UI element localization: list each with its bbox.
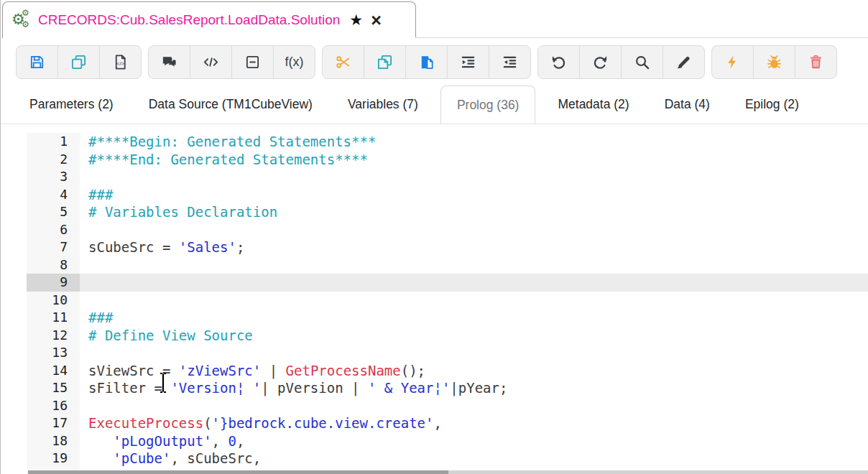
code-line[interactable]: 3: [1, 168, 868, 186]
line-number: 16: [27, 397, 80, 415]
horizontal-scrollbar[interactable]: [28, 470, 868, 474]
run-button[interactable]: [711, 45, 754, 79]
code-text: [80, 168, 868, 186]
code-text: 'pLogOutput', 0,: [80, 432, 868, 450]
debug-icon: [766, 54, 782, 70]
save-button[interactable]: [16, 45, 58, 79]
paste-icon: [418, 54, 435, 70]
code-text: sFilter = 'Version¦ '| pVersion | ' & Ye…: [80, 379, 868, 397]
line-number: 17: [27, 414, 80, 432]
duplicate-icon: [377, 54, 393, 70]
undo-button[interactable]: [537, 45, 580, 79]
line-number: 19: [27, 450, 80, 468]
indent-icon: [460, 54, 476, 70]
code-line[interactable]: 15sFilter = 'Version¦ '| pVersion | ' & …: [1, 379, 868, 397]
code-text: [80, 256, 868, 274]
code-text: 'pCube', sCubeSrc,: [80, 450, 868, 468]
code-text: [80, 274, 868, 292]
favorite-star-icon[interactable]: ★: [349, 11, 363, 29]
code-text: # Variables Declaration: [80, 203, 868, 221]
process-gears-icon: ⚙⚙⚙: [13, 11, 32, 29]
code-text: #****End: Generated Statements****: [80, 151, 868, 169]
code-line[interactable]: 8: [1, 256, 868, 274]
indent-button[interactable]: [447, 45, 489, 79]
code-line[interactable]: 1#****Begin: Generated Statements***: [1, 133, 868, 151]
delete-icon: [808, 54, 824, 70]
outdent-button[interactable]: [489, 45, 531, 79]
code-editor[interactable]: 1#****Begin: Generated Statements***2#**…: [1, 124, 868, 474]
tab-metadata-2[interactable]: Metadata (2): [545, 88, 642, 121]
tab-data-source-tm1cubeview[interactable]: Data Source (TM1CubeView): [136, 88, 326, 121]
comments-button[interactable]: [148, 45, 190, 79]
code-line[interactable]: 10: [1, 292, 868, 310]
horizontal-scrollbar-thumb[interactable]: [28, 470, 448, 474]
code-text: #****Begin: Generated Statements***: [80, 133, 868, 151]
copy-button[interactable]: [57, 45, 100, 79]
cut-icon: [335, 54, 351, 70]
collapse-icon: [244, 54, 261, 70]
delete-button[interactable]: [795, 45, 837, 79]
close-tab-icon[interactable]: ×: [371, 13, 382, 27]
paste-button[interactable]: [405, 45, 448, 79]
line-number: 13: [27, 344, 80, 362]
code-line[interactable]: 19 'pCube', sCubeSrc,: [1, 450, 868, 468]
tab-prolog-36[interactable]: Prolog (36): [440, 85, 536, 124]
search-icon: [634, 54, 650, 70]
tab-epilog-2[interactable]: Epilog (2): [732, 88, 812, 121]
duplicate-button[interactable]: [364, 45, 406, 79]
section-tabs: Parameters (2)Data Source (TM1CubeView)V…: [1, 85, 868, 124]
tab-bar-divider: [415, 37, 868, 38]
collapse-button[interactable]: [231, 45, 274, 79]
code-line[interactable]: 17ExecuteProcess('}bedrock.cube.view.cre…: [1, 414, 868, 432]
toolbar-group: [537, 45, 705, 79]
code-text: ###: [80, 186, 868, 204]
code-line[interactable]: 14sViewSrc = 'zViewSrc' | GetProcessName…: [1, 362, 868, 380]
line-number: 5: [27, 203, 80, 221]
code-line[interactable]: 2#****End: Generated Statements****: [1, 151, 868, 169]
line-number: 15: [27, 379, 80, 397]
code-line[interactable]: 6: [1, 221, 868, 239]
save-icon: [29, 54, 45, 70]
code-text: sCubeSrc = 'Sales';: [80, 238, 868, 256]
file-code-button[interactable]: </>: [99, 45, 142, 79]
code-line[interactable]: 4###: [1, 186, 868, 204]
code-button[interactable]: [190, 45, 232, 79]
tab-data-4[interactable]: Data (4): [652, 88, 723, 121]
line-number: 1: [27, 133, 80, 151]
code-text: [80, 221, 868, 239]
function-icon: f(x): [285, 55, 304, 70]
code-text: sViewSrc = 'zViewSrc' | GetProcessName()…: [80, 362, 868, 380]
code-line[interactable]: 11###: [1, 309, 868, 327]
code-icon: [203, 54, 219, 70]
code-text: ###: [80, 309, 868, 327]
code-line[interactable]: 13: [1, 344, 868, 362]
code-line[interactable]: 12# Define View Source: [1, 327, 868, 345]
code-line[interactable]: 9: [1, 274, 868, 292]
code-text: [80, 397, 868, 415]
line-number: 7: [27, 238, 80, 256]
edit-button[interactable]: [662, 45, 705, 79]
code-line[interactable]: 16: [1, 397, 868, 415]
debug-button[interactable]: [753, 45, 795, 79]
toolbar: </>f(x): [16, 45, 868, 79]
tab-parameters-2[interactable]: Parameters (2): [17, 88, 126, 121]
code-line[interactable]: 7sCubeSrc = 'Sales';: [1, 238, 868, 256]
line-number: 6: [27, 221, 80, 239]
redo-button[interactable]: [579, 45, 622, 79]
function-button[interactable]: f(x): [273, 45, 315, 79]
code-text: # Define View Source: [80, 327, 868, 345]
file-code-icon: </>: [112, 54, 129, 70]
document-tab-title: CRECORDS:Cub.SalesReport.LoadData.Soluti…: [38, 12, 340, 28]
code-line[interactable]: 5# Variables Declaration: [1, 203, 868, 221]
toolbar-group: [711, 45, 837, 79]
cut-button[interactable]: [322, 45, 364, 79]
code-line[interactable]: 18 'pLogOutput', 0,: [1, 432, 868, 450]
line-number: 2: [27, 151, 80, 169]
text-ibeam-cursor: [158, 372, 168, 394]
tab-variables-7[interactable]: Variables (7): [335, 88, 431, 121]
redo-icon: [592, 54, 609, 70]
line-number: 11: [27, 309, 80, 327]
search-button[interactable]: [621, 45, 663, 79]
line-number: 14: [27, 362, 80, 380]
document-tab[interactable]: ⚙⚙⚙ CRECORDS:Cub.SalesReport.LoadData.So…: [2, 1, 416, 38]
